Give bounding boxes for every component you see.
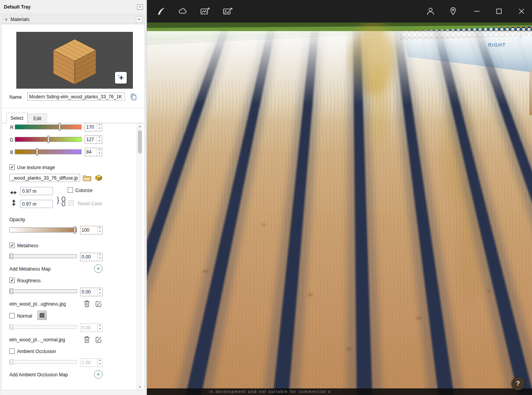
roughness-slider-thumb[interactable]: [10, 288, 13, 294]
g-spinner[interactable]: [97, 136, 102, 143]
colorize-label: Colorize: [75, 188, 92, 193]
materials-scrollbar[interactable]: ▲ ▼: [136, 123, 143, 390]
b-spinner[interactable]: [97, 148, 102, 156]
reset-color-label[interactable]: Reset Color: [78, 201, 102, 206]
select-tool-icon[interactable]: [156, 6, 166, 16]
b-slider-thumb[interactable]: [36, 148, 38, 156]
reset-color-swatch[interactable]: [68, 200, 74, 206]
r-slider-thumb[interactable]: [59, 123, 61, 131]
add-ambient-occlusion-map-label[interactable]: Add Ambient Occlusion Map: [9, 372, 68, 378]
chevron-down-icon[interactable]: ∨: [2, 17, 10, 21]
window-maximize-button[interactable]: [494, 6, 504, 16]
roughness-slider[interactable]: [9, 289, 77, 293]
use-texture-checkbox[interactable]: [9, 164, 15, 170]
use-texture-label: Use texture image: [17, 165, 55, 170]
scroll-down-icon[interactable]: ▼: [137, 384, 143, 390]
delete-roughness-icon[interactable]: [84, 300, 90, 308]
account-person-icon[interactable]: [426, 6, 436, 16]
material-name-input[interactable]: [27, 93, 125, 101]
normal-value-box: [80, 323, 103, 332]
colorize-checkbox[interactable]: [68, 187, 73, 193]
edit-roughness-icon[interactable]: [95, 300, 102, 307]
name-label: Name: [9, 94, 22, 100]
ambient-occlusion-spinner: [97, 359, 102, 367]
add-metalness-map-label[interactable]: Add Metalness Map: [9, 266, 51, 272]
texture-height-input[interactable]: [20, 200, 53, 208]
normal-slider: [9, 325, 77, 329]
g-value-input[interactable]: [85, 136, 97, 143]
metalness-value-input[interactable]: [80, 253, 97, 261]
r-value-box: [85, 123, 102, 131]
normal-map-thumbnail[interactable]: [37, 311, 47, 320]
roughness-checkbox[interactable]: [9, 278, 15, 283]
texture-width-icon: [10, 191, 17, 195]
metalness-checkbox[interactable]: [9, 243, 15, 248]
b-slider[interactable]: [15, 149, 82, 154]
ambient-occlusion-label: Ambient Occlusion: [17, 349, 56, 354]
help-button[interactable]: ?: [511, 377, 525, 390]
tab-edit[interactable]: Edit: [28, 114, 47, 123]
delete-normal-icon[interactable]: [84, 336, 90, 343]
roughness-spinner[interactable]: [97, 288, 102, 296]
opacity-spinner[interactable]: [97, 226, 102, 234]
copy-icon[interactable]: [130, 93, 138, 101]
cloud-icon[interactable]: [178, 6, 188, 16]
viewport-axis-icon[interactable]: ✛: [518, 47, 525, 54]
texture-library-icon[interactable]: [95, 174, 103, 182]
metalness-spinner[interactable]: [97, 253, 102, 261]
metalness-slider[interactable]: [9, 254, 77, 258]
roughness-value-box: [80, 288, 103, 296]
tray-bottom-strip: [2, 390, 145, 395]
g-slider[interactable]: [15, 137, 82, 142]
b-value-input[interactable]: [85, 148, 97, 156]
normal-slider-thumb: [10, 324, 13, 330]
texture-width-input[interactable]: [20, 187, 53, 195]
texture-file-input[interactable]: [9, 174, 80, 182]
scene-render: [147, 23, 532, 395]
roughness-value-input[interactable]: [80, 288, 97, 296]
divider: [2, 108, 144, 108]
watermark-bar: in development and not suitable for comm…: [147, 388, 532, 395]
viewport-scene[interactable]: RiGHT ▣ ✛ in development and not suitabl…: [147, 23, 532, 395]
lock-aspect-chain-icon[interactable]: [61, 196, 66, 206]
materials-close-button[interactable]: ✕: [136, 16, 142, 23]
g-slider-thumb[interactable]: [47, 136, 49, 143]
edit-normal-icon[interactable]: [95, 336, 102, 343]
normal-file-label: elm_wood_pl..._normal.jpg: [9, 337, 65, 343]
add-metalness-map-button[interactable]: [94, 264, 103, 273]
metalness-slider-thumb[interactable]: [10, 253, 13, 259]
tab-select[interactable]: Select: [6, 113, 28, 124]
r-label: R: [10, 125, 14, 130]
viewport-toolbar: [147, 0, 532, 23]
pin-icon[interactable]: [448, 6, 458, 16]
window-close-button[interactable]: [516, 6, 527, 16]
add-ambient-occlusion-map-button[interactable]: [94, 370, 103, 379]
browse-folder-icon[interactable]: [83, 175, 91, 182]
default-tray-panel: Default Tray ✕ ∨ Materials ✕: [0, 0, 147, 395]
scrollbar-thumb[interactable]: [138, 130, 142, 154]
r-slider[interactable]: [15, 124, 82, 129]
photo-export-icon[interactable]: [223, 6, 233, 16]
tray-close-button[interactable]: ✕: [137, 4, 143, 10]
metalness-label: Metalness: [17, 243, 38, 248]
ambient-occlusion-value-input: [80, 359, 97, 367]
g-label: G: [10, 137, 13, 143]
r-spinner[interactable]: [97, 123, 102, 131]
help-label: ?: [516, 380, 520, 387]
opacity-slider[interactable]: [9, 227, 77, 232]
normal-value-input: [80, 324, 97, 332]
viewport-gizmo-icon[interactable]: ▣: [517, 33, 524, 40]
normal-checkbox[interactable]: [9, 313, 15, 318]
window-minimize-button[interactable]: [472, 6, 482, 16]
photo-sparkle-icon[interactable]: [200, 6, 210, 16]
r-value-input[interactable]: [85, 123, 97, 131]
ambient-occlusion-slider: [9, 360, 77, 364]
scroll-up-icon[interactable]: ▲: [137, 123, 143, 129]
texture-height-icon: [12, 199, 16, 206]
materials-header[interactable]: ∨ Materials ✕: [2, 15, 145, 24]
generate-material-button[interactable]: [115, 72, 127, 84]
ambient-occlusion-checkbox[interactable]: [9, 348, 15, 354]
sparkle-icon: [117, 74, 125, 82]
opacity-value-input[interactable]: [80, 226, 97, 234]
opacity-slider-thumb[interactable]: [74, 226, 76, 234]
